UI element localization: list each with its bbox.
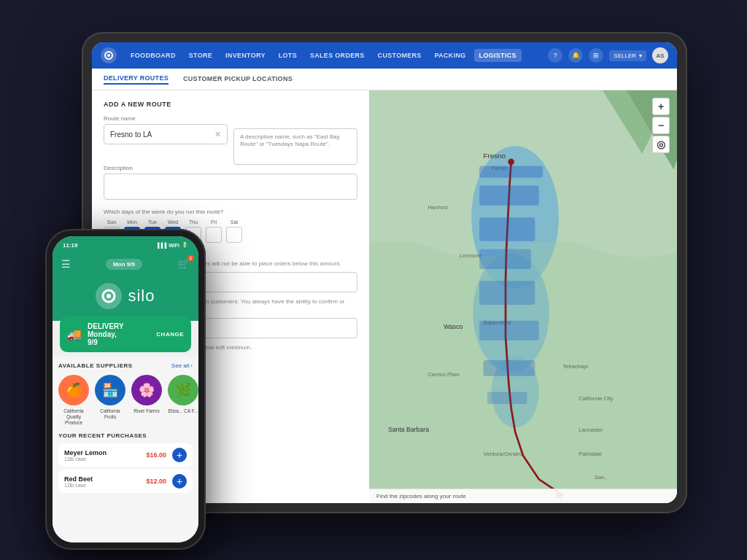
svg-text:Tehachapi: Tehachapi <box>562 363 588 370</box>
svg-rect-26 <box>484 360 535 376</box>
user-avatar[interactable]: AS <box>652 47 668 63</box>
app-logo <box>101 47 117 63</box>
svg-text:California City: California City <box>578 395 614 402</box>
map-footer-text: Find the zipcodes along your route <box>376 493 466 499</box>
purchase-info-1: Red Beet 12lb case <box>64 475 146 488</box>
purchase-name-1: Red Beet <box>64 475 146 483</box>
nav-logistics[interactable]: LOGISTICS <box>474 49 522 62</box>
nav-inventory[interactable]: INVENTORY <box>220 49 271 62</box>
help-icon[interactable]: ? <box>548 48 562 63</box>
wifi-icon: WiFi <box>169 243 179 248</box>
route-name-label: Route name <box>104 115 228 122</box>
suppliers-list: 🍊 California Quality Produce 🏪 Californi… <box>58 375 193 425</box>
nav-sales-orders[interactable]: SALES ORDERS <box>305 49 370 62</box>
svg-rect-25 <box>479 321 539 341</box>
purchase-unit-1: 12lb case <box>64 483 146 488</box>
phone-logo-text: silo <box>128 287 155 306</box>
supplier-item-0[interactable]: 🍊 California Quality Produce <box>58 375 89 425</box>
signal-icon: ▐▐▐ <box>155 243 166 248</box>
supplier-name-0: California Quality Produce <box>58 408 89 425</box>
date-badge[interactable]: Mon 9/9 <box>106 259 142 270</box>
add-to-cart-1[interactable]: + <box>172 474 187 489</box>
route-name-hint-col: A descriptive name, such as "East Bay Ro… <box>233 115 357 165</box>
delivery-info: 🚚 DELIVERY Monday, 9/9 <box>67 322 124 346</box>
phone-screen: 11:19 ▐▐▐ WiFi 🔋 ☰ Mon 9/9 🛒 2 <box>53 236 198 542</box>
cart-icon[interactable]: 🛒 2 <box>177 258 190 270</box>
route-name-col: Route name Fresno to LA ✕ <box>104 115 228 153</box>
supplier-name-2: River Farms <box>133 408 159 414</box>
day-fri: Fri <box>206 219 222 243</box>
add-to-cart-0[interactable]: + <box>172 448 187 462</box>
tab-delivery-routes[interactable]: DELIVERY ROUTES <box>104 74 169 85</box>
supplier-name-3: Eliza... CA F... <box>169 408 198 414</box>
menu-icon[interactable]: ☰ <box>61 258 71 270</box>
scene: FOODBOARD STORE INVENTORY LOTS SALES ORD… <box>23 18 724 542</box>
description-label: Description <box>104 165 357 171</box>
tablet-subnav: DELIVERY ROUTES CUSTOMER PICKUP LOCATION… <box>92 69 677 90</box>
grid-icon[interactable]: ⊞ <box>589 48 603 63</box>
phone-logo-icon <box>96 283 122 309</box>
day-fri-checkbox[interactable] <box>206 227 222 243</box>
delivery-banner: 🚚 DELIVERY Monday, 9/9 CHANGE <box>60 316 191 352</box>
nav-customers[interactable]: CUSTOMERS <box>373 49 427 62</box>
suppliers-header: AVAILABLE SUPPLIERS See all › <box>58 362 193 369</box>
delivery-label: DELIVERY <box>88 322 124 330</box>
supplier-item-1[interactable]: 🏪 California Fruits <box>95 375 125 425</box>
form-section-title: ADD A NEW ROUTE <box>104 101 357 108</box>
svg-point-31 <box>107 294 111 298</box>
purchases-title: YOUR RECENT PURCHASES <box>58 432 193 439</box>
nav-right-controls: ? 🔔 ⊞ SELLER ▾ AS <box>548 47 668 63</box>
phone-time: 11:19 <box>63 242 77 249</box>
svg-rect-22 <box>479 217 535 241</box>
svg-rect-20 <box>479 166 543 177</box>
description-input[interactable] <box>104 174 357 200</box>
svg-text:Hanford: Hanford <box>427 204 447 211</box>
purchase-price-0: $16.00 <box>146 451 166 459</box>
purchases-section: YOUR RECENT PURCHASES Meyer Lemon 12lb c… <box>58 432 193 493</box>
map-controls: + − ◎ <box>652 98 670 153</box>
supplier-item-2[interactable]: 🌸 River Farms <box>131 375 162 425</box>
purchase-unit-0: 12lb case <box>64 456 146 462</box>
phone-status-icons: ▐▐▐ WiFi 🔋 <box>155 242 188 248</box>
phone-logo-area: silo <box>53 277 198 321</box>
change-delivery-button[interactable]: CHANGE <box>156 331 184 338</box>
supplier-avatar-1: 🏪 <box>95 375 125 405</box>
nav-foodboard[interactable]: FOODBOARD <box>125 49 181 62</box>
map-footer: Find the zipcodes along your route <box>369 489 677 503</box>
svg-text:Carrizo Plain: Carrizo Plain <box>427 371 460 378</box>
map-panel: Fresno Parlier Hanford Lemoore Wasco Car… <box>369 90 677 503</box>
supplier-name-1: California Fruits <box>95 408 125 420</box>
zoom-out-button[interactable]: − <box>652 117 670 134</box>
map-visualization: Fresno Parlier Hanford Lemoore Wasco Car… <box>369 90 677 503</box>
notification-icon[interactable]: 🔔 <box>568 48 583 63</box>
svg-text:Palmdale: Palmdale <box>578 451 602 457</box>
zoom-in-button[interactable]: + <box>652 98 670 115</box>
purchase-item-1: Red Beet 12lb case $12.00 + <box>58 470 193 493</box>
route-name-input[interactable]: Fresno to LA ✕ <box>104 124 228 144</box>
seller-dropdown[interactable]: SELLER ▾ <box>609 50 646 61</box>
svg-rect-27 <box>487 392 527 404</box>
supplier-item-3[interactable]: 🌿 Eliza... CA F... <box>168 375 198 425</box>
delivery-date: 9/9 <box>88 338 124 346</box>
tab-customer-pickup[interactable]: CUSTOMER PICKUP LOCATIONS <box>183 75 293 84</box>
days-label: Which days of the week do you run this r… <box>104 209 357 215</box>
clear-icon[interactable]: ✕ <box>214 130 221 139</box>
day-sat-checkbox[interactable] <box>226 227 242 243</box>
phone-status-bar: 11:19 ▐▐▐ WiFi 🔋 <box>53 236 198 254</box>
suppliers-title: AVAILABLE SUPPLIERS <box>58 362 133 369</box>
supplier-avatar-2: 🌸 <box>131 375 162 405</box>
see-all-link[interactable]: See all › <box>171 362 193 369</box>
nav-store[interactable]: STORE <box>184 49 217 62</box>
route-name-row: Route name Fresno to LA ✕ A descriptive <box>104 115 357 165</box>
svg-rect-24 <box>479 281 535 305</box>
svg-rect-23 <box>479 249 531 269</box>
route-name-group: Route name Fresno to LA ✕ <box>104 115 228 144</box>
svg-text:Lancaster: Lancaster <box>578 427 603 433</box>
phone-body: AVAILABLE SUPPLIERS See all › 🍊 Californ… <box>53 357 198 542</box>
nav-packing[interactable]: PACKING <box>430 49 471 62</box>
nav-lots[interactable]: LOTS <box>274 49 302 62</box>
locate-button[interactable]: ◎ <box>652 136 670 153</box>
svg-text:Fresno: Fresno <box>484 152 506 160</box>
tablet-navbar: FOODBOARD STORE INVENTORY LOTS SALES ORD… <box>92 42 677 69</box>
purchase-info-0: Meyer Lemon 12lb case <box>64 449 146 462</box>
